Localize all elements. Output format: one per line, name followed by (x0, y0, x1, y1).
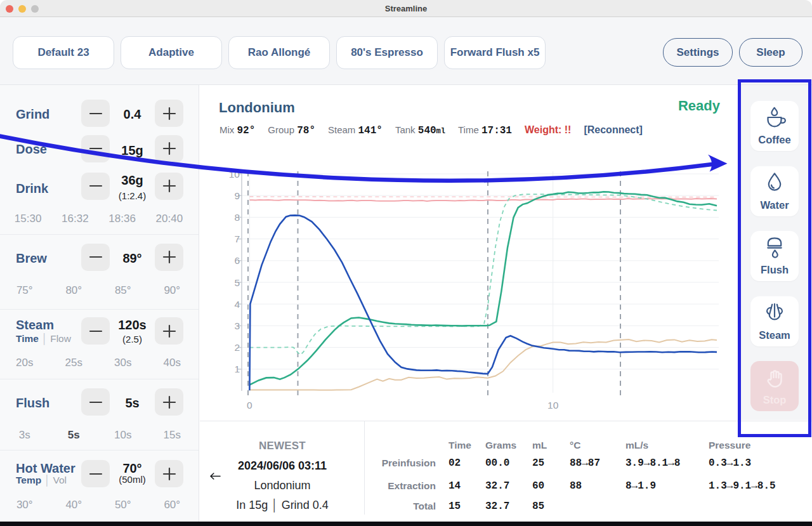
svg-text:2: 2 (234, 342, 240, 353)
svg-text:0: 0 (247, 400, 252, 411)
svg-text:10: 10 (547, 400, 559, 411)
svg-text:10: 10 (229, 169, 240, 180)
svg-text:5: 5 (234, 277, 240, 288)
svg-text:7: 7 (234, 233, 240, 244)
svg-text:6: 6 (234, 255, 240, 266)
svg-text:8: 8 (234, 212, 240, 223)
svg-text:1: 1 (234, 364, 240, 374)
svg-text:3: 3 (234, 320, 240, 331)
svg-text:4: 4 (234, 299, 240, 310)
svg-text:9: 9 (234, 190, 240, 201)
